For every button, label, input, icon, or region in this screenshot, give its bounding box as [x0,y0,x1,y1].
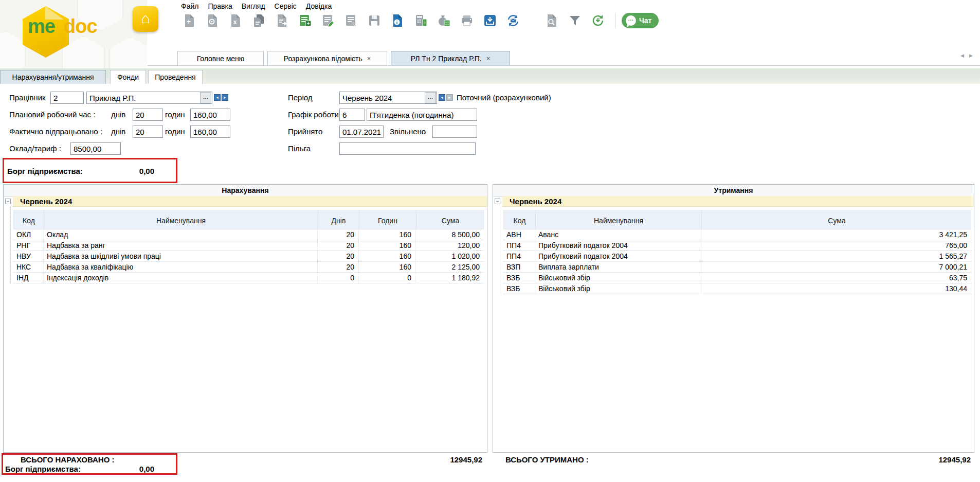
filter-icon[interactable] [568,13,582,28]
column-header-sum[interactable]: Сума [416,211,484,230]
company-debt-value-bottom: 0,00 [103,465,154,473]
benefit-field[interactable] [339,142,476,155]
calculator-icon[interactable]: ÷ [413,13,428,28]
table-row[interactable]: АВН Аванс 3 421,25 [503,229,971,240]
view-document-icon[interactable] [205,13,220,28]
cell-days: 0 [318,273,359,283]
logo-text-doc: doc [64,15,97,38]
hired-label: Прийнято [288,126,322,138]
table-row[interactable]: НКС Надбавка за кваліфікацію 20 160 2 12… [13,262,484,273]
chat-button[interactable]: ··· Чат [622,13,659,28]
home-icon: ⌂ [141,10,150,26]
delete-document-icon[interactable]: x [228,13,243,28]
menu-item-help[interactable]: Довідка [306,2,332,10]
worker-lookup-button[interactable]: ... [200,92,211,103]
tab-scroll-left-icon[interactable]: ◀ [960,53,964,58]
worker-number-field[interactable] [50,92,84,104]
table-row[interactable]: РНГ Надбавка за ранг 20 160 120,00 [13,240,484,251]
subtab-label: Проведення [155,73,195,81]
menu-item-service[interactable]: Сервіс [275,2,297,10]
column-header-days[interactable]: Днів [318,211,359,230]
menu-item-view[interactable]: Вигляд [242,2,265,10]
find-document-icon[interactable] [545,13,559,28]
tab-payroll-sheet[interactable]: Розрахункова відомість × [267,51,387,65]
cell-days: 20 [318,229,359,240]
schedule-name-field[interactable] [367,109,477,121]
tab-scroll-right-icon[interactable]: ▶ [969,53,973,58]
table-row[interactable]: ПП4 Прибутковий податок 2004 765,00 [503,240,971,251]
salary-calculator-icon[interactable] [437,13,451,28]
cell-code: ОКЛ [13,229,44,240]
print-icon[interactable] [460,13,474,28]
chat-icon: ··· [626,15,636,26]
table-row[interactable]: ВЗБ Військовий збір 130,44 [503,283,971,294]
actual-hours-field[interactable] [190,126,230,138]
table-row[interactable]: НВУ Надбавка за шкідливі умови праці 20 … [13,251,484,262]
cell-code: АВН [503,229,535,240]
hired-date-field[interactable] [339,126,384,138]
export-document-icon[interactable] [275,13,289,28]
fired-label: Звільнено [390,126,426,138]
menu-item-edit[interactable]: Правка [208,2,232,10]
worker-name-combo[interactable]: Приклад Р.П. ... [86,92,212,104]
planned-days-field[interactable] [133,109,163,121]
column-header-code[interactable]: Код [14,211,44,230]
logo-text-me: me [28,15,55,38]
table-row[interactable]: ВЗП Виплата зарплати 7 000,21 [503,262,971,273]
accruals-group-header[interactable]: Червень 2024 [13,196,487,207]
worker-label: Працівник [9,92,46,104]
subtab-label: Фонди [117,73,139,81]
deductions-table-header: Код Найменування Сума [503,210,971,229]
refresh-icon[interactable] [591,13,605,28]
table-row[interactable]: ПП4 Прибутковий податок 2004 1 565,27 [503,251,971,262]
table-row[interactable]: ІНД Індексація доходів 0 0 1 180,92 [13,273,484,283]
home-button[interactable]: ⌂ [133,6,158,32]
column-header-code[interactable]: Код [504,211,536,230]
medoc-window: me doc ⌂ Файл Правка Вигляд Сервіс Довід… [0,0,980,482]
tab-payslip-example[interactable]: РЛ Тн 2 Приклад Р.П. × [391,51,510,65]
group-expander-icon[interactable]: − [495,199,500,204]
salary-field[interactable] [70,142,121,155]
column-header-sum[interactable]: Сума [702,211,972,230]
total-deducted-label: ВСЬОГО УТРИМАНО : [505,455,589,464]
tab-main-menu[interactable]: Головне меню [177,51,264,65]
close-icon[interactable]: × [367,56,371,62]
cell-sum: 1 180,92 [416,273,484,283]
svg-text:x: x [352,20,356,28]
table-row[interactable]: ОКЛ Оклад 20 160 8 500,00 [13,229,484,240]
add-record-icon[interactable]: + [298,13,312,28]
receive-mail-icon[interactable] [483,13,497,28]
document-info-icon[interactable]: i [390,13,405,28]
edit-record-icon[interactable] [321,13,335,28]
close-icon[interactable]: × [486,56,491,62]
cell-name: Аванс [535,229,701,240]
worker-next-button[interactable]: ► [222,94,228,101]
column-header-name[interactable]: Найменування [536,211,702,230]
worker-prev-button[interactable]: ◄ [214,94,221,101]
mail-exchange-icon[interactable] [506,13,520,28]
deductions-group-header[interactable]: Червень 2024 [502,196,974,207]
period-next-button[interactable]: ► [446,94,453,101]
accruals-panel: Нарахування − Червень 2024 Код Найменува… [3,184,487,453]
delete-record-icon[interactable]: x [344,13,358,28]
menu-item-file[interactable]: Файл [181,2,198,10]
cell-sum: 63,75 [701,273,971,283]
table-row[interactable]: ВЗБ Військовий збір 63,75 [503,273,971,283]
period-prev-button[interactable]: ◄ [439,94,445,101]
subtab-accruals-deductions[interactable]: Нарахування/утримання [0,70,106,84]
new-document-icon[interactable]: + [182,13,196,28]
group-expander-icon[interactable]: − [5,199,11,204]
fired-date-field[interactable] [432,126,477,138]
copy-document-icon[interactable] [251,13,266,28]
benefit-label: Пільга [288,142,311,155]
period-combo[interactable]: Червень 2024 ... [339,92,437,104]
actual-days-field[interactable] [133,126,163,138]
period-lookup-button[interactable]: ... [425,92,436,103]
schedule-number-field[interactable] [339,109,365,121]
save-icon[interactable] [367,13,382,28]
subtab-funds[interactable]: Фонди [110,70,146,84]
column-header-name[interactable]: Найменування [44,211,318,230]
subtab-postings[interactable]: Проведення [148,70,203,84]
column-header-hours[interactable]: Годин [359,211,416,230]
planned-hours-field[interactable] [190,109,230,121]
